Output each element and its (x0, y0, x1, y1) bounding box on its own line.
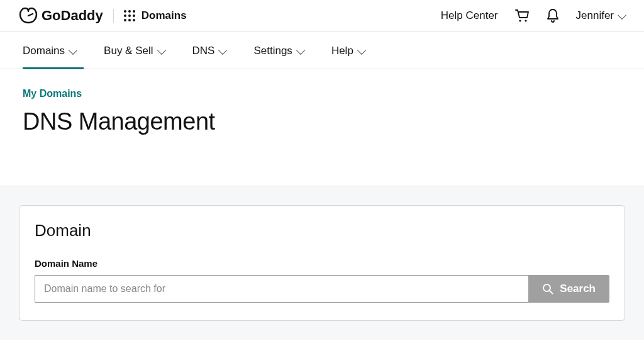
divider (113, 9, 114, 23)
chevron-down-icon (218, 45, 227, 54)
domain-name-label: Domain Name (35, 258, 609, 269)
cart-icon (514, 9, 530, 23)
app-label: Domains (142, 9, 187, 22)
nav-tabs: Domains Buy & Sell DNS Settings Help (0, 32, 644, 69)
tab-label: Domains (23, 45, 65, 57)
search-icon (542, 283, 553, 295)
header-right: Help Center Jennifer (441, 8, 625, 23)
content-area: My Domains DNS Management (0, 69, 644, 160)
header-left: GoDaddy Domains (19, 8, 187, 24)
bell-icon (546, 8, 560, 23)
tab-domains[interactable]: Domains (23, 45, 76, 69)
godaddy-logo-icon (19, 8, 38, 24)
notifications-button[interactable] (546, 8, 560, 23)
svg-point-1 (525, 20, 526, 21)
cart-button[interactable] (514, 9, 530, 23)
chevron-down-icon (69, 45, 77, 54)
godaddy-logo[interactable]: GoDaddy (19, 8, 103, 24)
tab-label: Buy & Sell (104, 45, 153, 57)
user-name: Jennifer (576, 9, 614, 22)
apps-grid-icon (124, 10, 135, 21)
svg-line-3 (550, 291, 553, 294)
tab-settings[interactable]: Settings (253, 45, 303, 69)
gray-section: Domain Domain Name Search (0, 186, 644, 340)
tab-label: Settings (253, 45, 292, 57)
tab-buy-sell[interactable]: Buy & Sell (104, 45, 164, 69)
search-button[interactable]: Search (528, 275, 609, 303)
chevron-down-icon (157, 45, 165, 54)
search-row: Search (35, 275, 609, 303)
brand-text: GoDaddy (42, 8, 103, 24)
page-title: DNS Management (23, 108, 621, 135)
svg-point-0 (519, 20, 521, 21)
domain-search-input[interactable] (35, 275, 528, 303)
card-title: Domain (35, 221, 609, 240)
top-header: GoDaddy Domains Help Center (0, 0, 644, 32)
app-switcher[interactable]: Domains (124, 9, 187, 22)
tab-help[interactable]: Help (331, 45, 365, 69)
chevron-down-icon (296, 45, 305, 54)
tab-label: Help (331, 45, 353, 57)
domain-card: Domain Domain Name Search (19, 205, 625, 321)
tab-dns[interactable]: DNS (192, 45, 226, 69)
chevron-down-icon (618, 10, 626, 19)
breadcrumb-link[interactable]: My Domains (23, 88, 82, 99)
help-center-link[interactable]: Help Center (441, 9, 498, 22)
chevron-down-icon (357, 45, 366, 54)
search-button-label: Search (560, 283, 596, 295)
tab-label: DNS (192, 45, 215, 57)
user-menu[interactable]: Jennifer (576, 9, 625, 22)
